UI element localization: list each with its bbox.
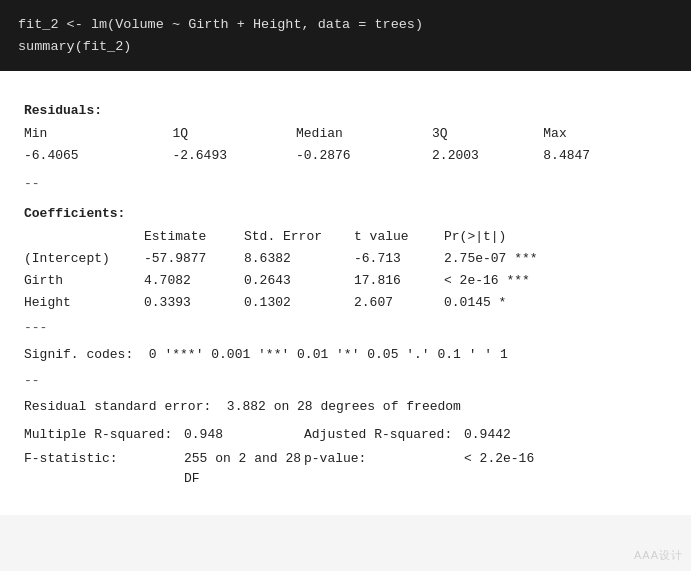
res-v-median: -0.2876 xyxy=(296,145,432,167)
watermark: AAA设计 xyxy=(634,548,683,563)
metric-1-label2: p-value: xyxy=(304,447,464,491)
coef-intercept-se: 8.6382 xyxy=(244,248,354,270)
coef-h-name xyxy=(24,226,144,248)
code-var: fit_2 <- lm(Volume ~ Girth + Height, dat… xyxy=(18,17,423,32)
metric-row-0: Multiple R-squared: 0.948 Adjusted R-squ… xyxy=(24,423,667,447)
code-line-2: summary(fit_2) xyxy=(18,36,673,58)
coefficients-table: Estimate Std. Error t value Pr(>|t|) (In… xyxy=(24,226,667,315)
residuals-label: Residuals: xyxy=(24,101,667,121)
metric-0-value2: 0.9442 xyxy=(464,423,667,447)
residual-se-value: 3.882 on 28 degrees of freedom xyxy=(227,399,461,414)
signif-label: Signif. codes: xyxy=(24,347,133,362)
divider-3: -- xyxy=(24,371,667,391)
metric-0-label2: Adjusted R-squared: xyxy=(304,423,464,447)
coef-intercept-t: -6.713 xyxy=(354,248,444,270)
coef-girth-est: 4.7082 xyxy=(144,270,244,292)
res-v-3q: 2.2003 xyxy=(432,145,543,167)
coef-girth-t: 17.816 xyxy=(354,270,444,292)
residual-se-row: Residual standard error: 3.882 on 28 deg… xyxy=(24,397,667,417)
res-h-1q: 1Q xyxy=(172,123,296,145)
coef-height-est: 0.3393 xyxy=(144,292,244,314)
coef-girth-p: < 2e-16 *** xyxy=(444,270,667,292)
metric-row-1: F-statistic: 255 on 2 and 28 DF p-value:… xyxy=(24,447,667,491)
coef-row-height: Height 0.3393 0.1302 2.607 0.0145 * xyxy=(24,292,667,314)
coef-header-row: Estimate Std. Error t value Pr(>|t|) xyxy=(24,226,667,248)
residual-se-label: Residual standard error: xyxy=(24,399,211,414)
metric-1-value: 255 on 2 and 28 DF xyxy=(184,447,304,491)
res-v-max: 8.4847 xyxy=(543,145,667,167)
code-line-1: fit_2 <- lm(Volume ~ Girth + Height, dat… xyxy=(18,14,673,36)
metric-1-label: F-statistic: xyxy=(24,447,184,491)
coef-girth-name: Girth xyxy=(24,270,144,292)
coef-intercept-p: 2.75e-07 *** xyxy=(444,248,667,270)
metric-1-value2: < 2.2e-16 xyxy=(464,447,667,491)
code-block: fit_2 <- lm(Volume ~ Girth + Height, dat… xyxy=(0,0,691,71)
coefficients-label: Coefficients: xyxy=(24,204,667,224)
coef-row-girth: Girth 4.7082 0.2643 17.816 < 2e-16 *** xyxy=(24,270,667,292)
res-v-1q: -2.6493 xyxy=(172,145,296,167)
divider-1: -- xyxy=(24,174,667,194)
divider-2: --- xyxy=(24,318,667,338)
metrics-table: Multiple R-squared: 0.948 Adjusted R-squ… xyxy=(24,423,667,491)
res-h-min: Min xyxy=(24,123,172,145)
coef-intercept-est: -57.9877 xyxy=(144,248,244,270)
coef-intercept-name: (Intercept) xyxy=(24,248,144,270)
metric-0-label: Multiple R-squared: xyxy=(24,423,184,447)
signif-line: Signif. codes: 0 '***' 0.001 '**' 0.01 '… xyxy=(24,345,667,365)
metric-0-value: 0.948 xyxy=(184,423,304,447)
code-summary: summary(fit_2) xyxy=(18,39,131,54)
coef-h-pvalue: Pr(>|t|) xyxy=(444,226,667,248)
output-area: Residuals: Min 1Q Median 3Q Max -6.4065 … xyxy=(0,71,691,515)
coef-h-tvalue: t value xyxy=(354,226,444,248)
residuals-values-row: -6.4065 -2.6493 -0.2876 2.2003 8.4847 xyxy=(24,145,667,167)
res-v-min: -6.4065 xyxy=(24,145,172,167)
coef-height-p: 0.0145 * xyxy=(444,292,667,314)
signif-codes: 0 '***' 0.001 '**' 0.01 '*' 0.05 '.' 0.1… xyxy=(149,347,508,362)
coef-row-intercept: (Intercept) -57.9877 8.6382 -6.713 2.75e… xyxy=(24,248,667,270)
coef-girth-se: 0.2643 xyxy=(244,270,354,292)
coef-height-t: 2.607 xyxy=(354,292,444,314)
coef-h-estimate: Estimate xyxy=(144,226,244,248)
residuals-table: Min 1Q Median 3Q Max -6.4065 -2.6493 -0.… xyxy=(24,123,667,167)
residuals-header-row: Min 1Q Median 3Q Max xyxy=(24,123,667,145)
coef-height-se: 0.1302 xyxy=(244,292,354,314)
coef-h-stderr: Std. Error xyxy=(244,226,354,248)
res-h-median: Median xyxy=(296,123,432,145)
res-h-3q: 3Q xyxy=(432,123,543,145)
res-h-max: Max xyxy=(543,123,667,145)
coef-height-name: Height xyxy=(24,292,144,314)
